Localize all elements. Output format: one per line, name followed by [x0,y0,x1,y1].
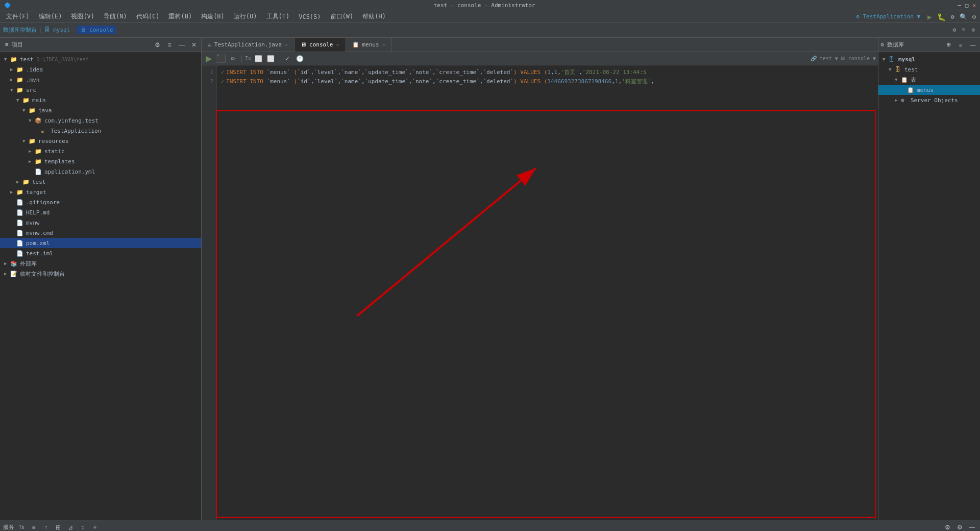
svc-btn-sort[interactable]: ↕ [78,522,88,532]
tree-item-src[interactable]: ▼ 📁 src [0,85,201,95]
debug-btn[interactable]: 🐛 [935,13,948,21]
sep1 [241,55,242,62]
toolbar-settings2[interactable]: ⚙ [970,13,978,20]
stop-btn[interactable]: ⬛ [216,54,226,64]
tree-item-mvnwcmd[interactable]: ▶ 📄 mvnw.cmd [0,228,201,238]
main-layout: ≡ 项目 ⚙ ≡ — ✕ ▼ 📁 test D:\IDEA_JAVA\test … [0,38,980,520]
tree-item-templates[interactable]: ▶ 📁 templates [0,156,201,166]
sidebar-btn-4[interactable]: ✕ [189,40,199,50]
tab-console[interactable]: 🖥 console ✕ [295,38,346,52]
tree-item-package[interactable]: ▼ 📦 com.yinfeng.test [0,115,201,126]
db-icon2[interactable]: ≡ [960,27,968,33]
sql-content[interactable]: ✓ INSERT INTO `menus` (`id`, `level`, `n… [217,65,878,520]
menu-vcs[interactable]: VCS(S) [295,12,325,21]
tree-item-static[interactable]: ▶ 📁 static [0,146,201,156]
menu-view[interactable]: 视图(V) [67,11,99,22]
db-icon1[interactable]: ⚙ [950,27,958,33]
tx-btn1[interactable]: ⬜ [253,54,263,64]
tree-item-pomxml[interactable]: ▶ 📄 pom.xml [0,238,201,248]
sidebar-btn-3[interactable]: — [177,40,187,50]
tree-item-main[interactable]: ▼ 📁 main [0,95,201,105]
sidebar-btn-1[interactable]: ⚙ [152,40,162,50]
menu-help[interactable]: 帮助(H) [358,11,390,22]
svc-btn-up[interactable]: ↑ [41,522,51,532]
minimize-btn[interactable]: ─ [958,2,961,9]
right-btn1[interactable]: ⊕ [943,40,953,50]
svc-btn-tx[interactable]: Tx [16,522,27,532]
tree-item-external[interactable]: ▶ 📚 外部库 [0,258,201,269]
title-bar: 🔷 test - console - Administrator ─ □ ✕ [0,0,980,11]
sql-line-1: ✓ INSERT INTO `menus` (`id`, `level`, `n… [221,67,874,77]
db-toolbar-label: 数据库控制台 [3,26,37,34]
run-indicator-1: ✓ [221,69,224,75]
tree-item-test2[interactable]: ▶ 📁 test [0,177,201,187]
tree-item-mvnw[interactable]: ▶ 📄 mvnw [0,218,201,228]
run-indicator-2: ✓ [221,79,224,84]
tree-item-resources[interactable]: ▼ 📁 resources [0,136,201,146]
tree-item-target[interactable]: ▶ 📁 target [0,187,201,197]
close-btn[interactable]: ✕ [972,2,976,9]
run-config[interactable]: ⚙ TestApplication ▼ [852,13,924,20]
tree-item-scratch[interactable]: ▶ 📝 临时文件和控制台 [0,269,201,279]
edit-btn[interactable]: ✏ [228,54,238,64]
editor-toolbar: ▶ ⬛ ✏ Tx ⬜ ⬜ ✓ 🕐 🔗 test ▼ 🖥 console ▼ [202,52,878,65]
console-info: 🖥 console ▼ [840,56,876,61]
svc-btn-add[interactable]: + [90,522,100,532]
tree-item-appyml[interactable]: ▶ 📄 application.yml [0,166,201,177]
right-tree-menus[interactable]: ▶ 📋 menus [878,85,980,95]
toolbar-search[interactable]: 🔍 [958,13,969,20]
project-tree: ▼ 📁 test D:\IDEA_JAVA\test ▶ 📁 .idea ▶ 📁… [0,52,201,520]
right-btn3[interactable]: — [968,40,978,50]
menu-window[interactable]: 窗口(W) [326,11,358,22]
run-btn[interactable]: ▶ [204,54,214,64]
svc-settings[interactable]: ⚙ [942,522,952,532]
right-tree-test[interactable]: ▼ 🗄 test [878,64,980,75]
right-tree-tables[interactable]: ▼ 📋 表 [878,75,980,85]
menu-build[interactable]: 构建(B) [197,11,229,22]
tree-item-idea[interactable]: ▶ 📁 .idea [0,64,201,75]
menu-run[interactable]: 运行(U) [230,11,261,22]
tree-item-testiml[interactable]: ▶ 📄 test.iml [0,248,201,258]
maximize-btn[interactable]: □ [965,2,969,9]
editor-content[interactable]: 1 2 ✓ INSERT INTO `menus` (`id`, `level`… [202,65,878,520]
right-toolbar-label: ⚙ 数据库 [880,41,904,49]
svc-btn-group[interactable]: ⊞ [53,522,63,532]
tree-item-java[interactable]: ▼ 📁 java [0,105,201,115]
tree-item-mvn[interactable]: ▶ 📁 .mvn [0,75,201,85]
line-numbers: 1 2 [202,65,217,520]
line-num-1: 1 [202,67,216,77]
history-btn[interactable]: 🕐 [295,54,305,64]
tx-btn2[interactable]: ⬜ [265,54,276,64]
right-tree-mysql[interactable]: ▼ 🗄 mysql [878,54,980,64]
right-btn2[interactable]: ≡ [955,40,966,50]
tree-item-help[interactable]: ▶ 📄 HELP.md [0,207,201,218]
bottom-section: 服务 Tx ≡ ↑ ⊞ ⊿ ↕ + ⚙ ⚙ — ▶ 🐳 Docker ▼ 🗄 [0,520,980,531]
menu-bar: 文件(F) 编辑(E) 视图(V) 导航(N) 代码(C) 重构(B) 构建(B… [0,11,980,22]
editor-area: ☕ TestApplication.java ✕ 🖥 console ✕ 📋 m… [202,38,878,520]
tree-item-gitignore[interactable]: ▶ 📄 .gitignore [0,197,201,207]
line-num-2: 2 [202,77,216,86]
menu-code[interactable]: 代码(C) [132,11,164,22]
svc-config[interactable]: ⚙ [954,522,965,532]
sidebar-btn-2[interactable]: ≡ [164,40,175,50]
run-btn[interactable]: ▶ [925,13,934,21]
menu-refactor[interactable]: 重构(B) [164,11,196,22]
menu-navigate[interactable]: 导航(N) [100,11,131,22]
bottom-toolbar-right: ⚙ ⚙ — [942,522,977,532]
db-console-tab[interactable]: 🖥 console [77,26,116,34]
menu-file[interactable]: 文件(F) [2,11,34,22]
db-mysql-tab[interactable]: 🗄 mysql [44,27,70,33]
svc-btn-list[interactable]: ≡ [29,522,39,532]
tree-item-testapp[interactable]: ▶ ☕ TestApplication [0,126,201,136]
menu-tools[interactable]: 工具(T) [262,11,294,22]
format-btn[interactable]: ✓ [282,54,292,64]
tab-testapp[interactable]: ☕ TestApplication.java ✕ [202,38,295,52]
db-icon3[interactable]: ⊕ [969,27,977,33]
svc-btn-filter[interactable]: ⊿ [65,522,76,532]
svc-close[interactable]: — [967,522,977,532]
tab-menus[interactable]: 📋 menus ✕ [346,38,392,52]
right-tree-server[interactable]: ▶ ⚙ Server Objects [878,95,980,105]
menu-edit[interactable]: 编辑(E) [35,11,66,22]
tree-item-test[interactable]: ▼ 📁 test D:\IDEA_JAVA\test [0,54,201,64]
toolbar-settings[interactable]: ⚙ [949,13,957,20]
